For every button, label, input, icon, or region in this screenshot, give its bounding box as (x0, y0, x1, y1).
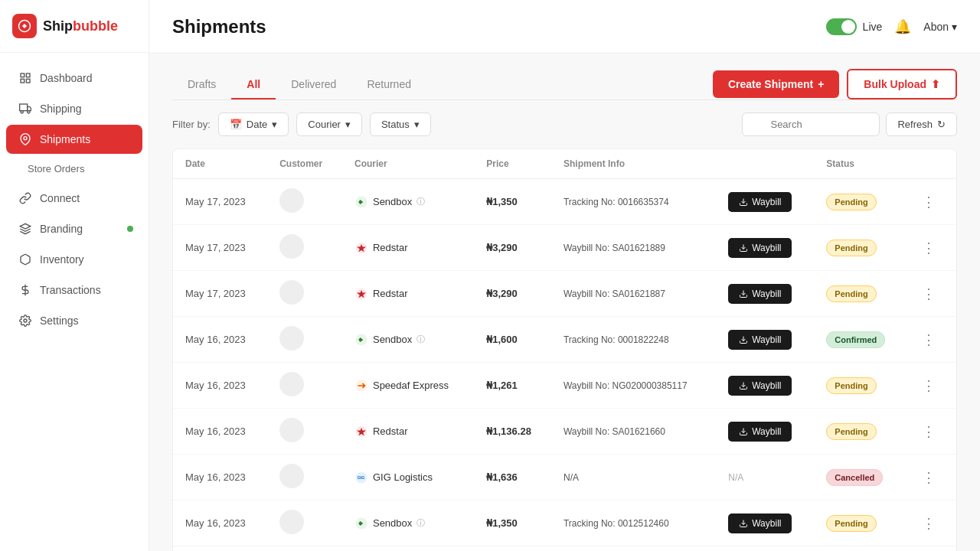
table-row: May 17, 2023 Redstar ₦3,290 Waybill No: … (173, 271, 956, 317)
header: Shipments Live 🔔 Abon ▾ (149, 0, 980, 54)
tab-all[interactable]: All (231, 70, 276, 99)
cell-status: Cancelled (814, 455, 906, 500)
cell-waybill-btn: Waybill (716, 179, 814, 225)
tab-delivered[interactable]: Delivered (276, 70, 351, 99)
sidebar-item-settings[interactable]: Settings (6, 306, 142, 335)
cell-more: ⋮ (906, 363, 956, 409)
cell-shipment-info: Waybill No: NG020000385117 (551, 363, 716, 409)
tab-drafts[interactable]: Drafts (172, 70, 231, 99)
cell-status: Confirmed (814, 317, 906, 363)
col-customer: Customer (267, 149, 342, 179)
refresh-button[interactable]: Refresh ↻ (886, 112, 957, 136)
more-options-button[interactable]: ⋮ (919, 374, 939, 397)
refresh-icon: ↻ (937, 119, 946, 130)
svg-rect-3 (21, 79, 24, 83)
cell-customer (267, 455, 342, 500)
cell-price: ₦3,290 (474, 225, 551, 271)
waybill-button[interactable]: Waybill (728, 192, 792, 212)
sidebar-item-shipping[interactable]: Shipping (6, 94, 142, 123)
info-icon: ⓘ (416, 196, 425, 207)
cell-more: ⋮ (906, 409, 956, 455)
dashboard-icon (18, 71, 32, 85)
svg-rect-1 (21, 73, 24, 77)
courier-filter-button[interactable]: Courier ▾ (296, 112, 362, 136)
cell-status: Pending (814, 225, 906, 271)
sidebar-item-inventory-label: Inventory (40, 253, 84, 266)
live-label: Live (863, 21, 883, 33)
more-options-button[interactable]: ⋮ (919, 191, 939, 214)
user-menu-button[interactable]: Abon ▾ (923, 21, 957, 33)
tabs-left: Drafts All Delivered Returned (172, 70, 426, 99)
more-options-button[interactable]: ⋮ (919, 466, 939, 489)
waybill-button[interactable]: Waybill (728, 330, 792, 350)
sidebar-item-settings-label: Settings (40, 315, 79, 327)
sidebar-item-branding-label: Branding (40, 223, 83, 235)
sidebar-item-shipments[interactable]: Shipments (6, 125, 142, 154)
courier-filter-label: Courier (308, 119, 341, 130)
svg-rect-5 (20, 104, 28, 111)
cell-courier: Redstar (342, 271, 474, 317)
upload-icon: ⬆ (931, 78, 940, 90)
toggle-switch[interactable] (826, 18, 857, 35)
cell-customer (267, 409, 342, 455)
waybill-button[interactable]: Waybill (728, 284, 792, 304)
svg-point-10 (24, 319, 27, 322)
status-badge: Pending (826, 194, 876, 210)
search-input[interactable] (742, 112, 880, 136)
sidebar-item-dashboard[interactable]: Dashboard (6, 64, 142, 93)
courier-name: Sendbox (373, 334, 412, 345)
cell-more: ⋮ (906, 455, 956, 500)
more-options-button[interactable]: ⋮ (919, 282, 939, 305)
sidebar-item-connect[interactable]: Connect (6, 184, 142, 213)
cell-more: ⋮ (906, 271, 956, 317)
waybill-button[interactable]: Waybill (728, 238, 792, 258)
waybill-button[interactable]: Waybill (728, 376, 792, 396)
status-badge: Cancelled (826, 469, 883, 486)
more-options-button[interactable]: ⋮ (919, 328, 939, 351)
user-name-label: Abon (923, 21, 949, 33)
bulk-upload-button[interactable]: Bulk Upload ⬆ (847, 69, 957, 99)
cell-customer (267, 546, 342, 552)
sidebar-item-branding[interactable]: Branding (6, 214, 142, 243)
cell-status: Pending (814, 546, 906, 552)
sidebar-item-connect-label: Connect (40, 192, 80, 204)
date-filter-button[interactable]: 📅 Date ▾ (218, 112, 289, 136)
table-row: May 16, 2023 Speedaf Express ₦1,261 Wayb… (173, 363, 956, 409)
waybill-na: N/A (728, 472, 743, 483)
tabs-bar: Drafts All Delivered Returned Create Shi… (172, 54, 957, 100)
filter-label: Filter by: (172, 119, 211, 130)
table-row: May 16, 2023 Redstar ₦1,136.28 Waybill N… (173, 409, 956, 455)
status-filter-label: Status (381, 119, 410, 130)
cell-more: ⋮ (906, 500, 956, 546)
table-header-row: Date Customer Courier Price Shipment Inf… (173, 149, 956, 179)
courier-chevron-icon: ▾ (345, 119, 351, 130)
sidebar-item-store-orders[interactable]: Store Orders (6, 155, 142, 182)
cell-waybill-btn: Waybill (716, 317, 814, 363)
cell-date: May 16, 2023 (173, 409, 267, 455)
logo-area: Shipbubble (0, 0, 149, 53)
more-options-button[interactable]: ⋮ (919, 420, 939, 443)
live-toggle[interactable]: Live (826, 18, 883, 35)
inventory-icon (18, 253, 32, 266)
status-filter-button[interactable]: Status ▾ (370, 112, 431, 136)
branding-icon (18, 222, 32, 236)
filter-bar: Filter by: 📅 Date ▾ Courier ▾ Status ▾ 🔍 (172, 100, 957, 148)
sidebar-item-transactions[interactable]: Transactions (6, 276, 142, 305)
status-chevron-icon: ▾ (414, 119, 420, 130)
svg-text:GIG: GIG (358, 475, 365, 480)
tab-returned[interactable]: Returned (351, 70, 426, 99)
info-icon: ⓘ (416, 334, 425, 345)
cell-courier: Redstar (342, 225, 474, 271)
cell-courier: Sendbox ⓘ (342, 179, 474, 225)
sidebar-item-transactions-label: Transactions (40, 284, 101, 296)
cell-waybill-btn: Waybill (716, 271, 814, 317)
more-options-button[interactable]: ⋮ (919, 512, 939, 535)
sidebar-item-inventory[interactable]: Inventory (6, 245, 142, 274)
notification-bell-icon[interactable]: 🔔 (894, 18, 911, 35)
create-shipment-button[interactable]: Create Shipment + (713, 70, 839, 98)
cell-date: May 16, 2023 (173, 363, 267, 409)
more-options-button[interactable]: ⋮ (919, 236, 939, 259)
waybill-button[interactable]: Waybill (728, 514, 792, 533)
cell-waybill-btn: N/A (716, 455, 814, 500)
waybill-button[interactable]: Waybill (728, 422, 792, 442)
